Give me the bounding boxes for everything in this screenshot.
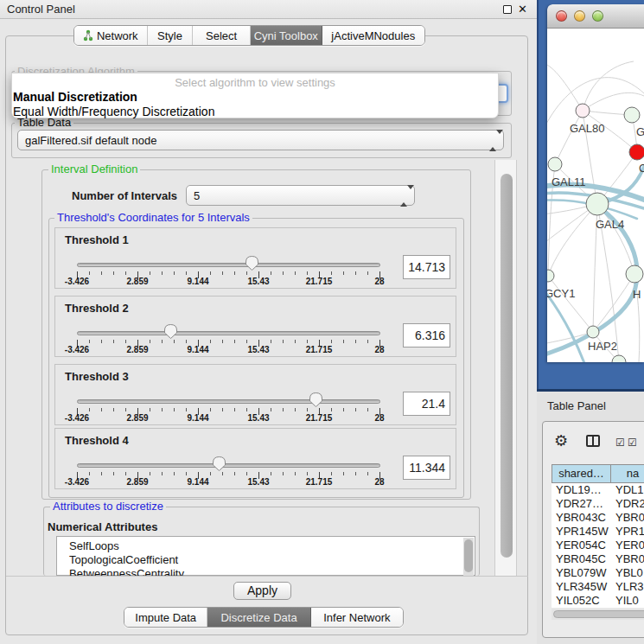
columns-icon[interactable]: [586, 435, 600, 447]
table-cell[interactable]: YDR2: [611, 497, 644, 511]
tick-label: 28: [374, 345, 384, 354]
tab-label: Infer Network: [323, 611, 390, 624]
table-row[interactable]: YER054CYER0: [552, 539, 644, 552]
table-row[interactable]: YBL079WYBL0: [552, 566, 644, 580]
table-data-combo[interactable]: galFiltered.sif default node: [17, 130, 504, 150]
slider-thumb[interactable]: [212, 456, 226, 472]
network-node[interactable]: [586, 193, 609, 215]
slider-track[interactable]: [77, 331, 380, 335]
network-node[interactable]: [548, 157, 562, 171]
node-label: C: [639, 162, 644, 175]
table-row[interactable]: YDR27…YDR2: [552, 497, 644, 511]
table-cell[interactable]: YLR345W: [552, 580, 611, 594]
threshold-value-field[interactable]: 6.316: [403, 323, 450, 348]
table-cell[interactable]: YBL0: [611, 566, 644, 580]
tab-discretize-data[interactable]: Discretize Data: [207, 608, 310, 627]
tab-infer-network[interactable]: Infer Network: [311, 608, 403, 627]
close-traffic-light-icon[interactable]: [556, 10, 567, 22]
slider-thumb[interactable]: [309, 392, 323, 408]
tab-label: Impute Data: [135, 611, 196, 624]
threshold-value-field[interactable]: 21.4: [403, 392, 450, 416]
table-cell[interactable]: YIL052C: [552, 594, 611, 608]
tab-style[interactable]: Style: [148, 26, 194, 45]
network-node[interactable]: [576, 104, 590, 118]
table-cell[interactable]: YBR0: [611, 511, 644, 525]
table-cell[interactable]: YPR1: [611, 525, 644, 539]
column-header-shared-name[interactable]: shared…: [552, 464, 611, 483]
checkbox-icon[interactable]: ☑: [615, 437, 625, 449]
table-cell[interactable]: YDL1: [611, 483, 644, 497]
numerical-attributes-label: Numerical Attributes: [48, 520, 157, 533]
table-row[interactable]: YIL052CYIL0: [552, 594, 644, 608]
scrollbar-thumb[interactable]: [501, 174, 513, 558]
slider-track[interactable]: [77, 463, 380, 468]
network-node[interactable]: [587, 326, 599, 338]
apply-button[interactable]: Apply: [233, 582, 291, 600]
attributes-group-label: Attributes to discretize: [50, 501, 166, 512]
table-row[interactable]: YDL19…YDL1: [552, 483, 644, 497]
threshold-value-field[interactable]: 11.344: [403, 456, 450, 480]
table-cell[interactable]: YBR045C: [552, 552, 611, 566]
list-item[interactable]: TopologicalCoefficient: [69, 553, 178, 566]
tick-label: -3.426: [65, 413, 89, 423]
tab-jactivemnodules[interactable]: jActiveMNodules: [322, 26, 424, 45]
tick-label: -3.426: [65, 277, 89, 286]
slider-track[interactable]: [77, 263, 380, 267]
network-node[interactable]: [626, 265, 643, 283]
numerical-attributes-list[interactable]: SelfLoopsTopologicalCoefficientBetweenne…: [56, 536, 475, 576]
list-scrollbar[interactable]: [463, 538, 474, 576]
algorithm-dropdown-popup: Select algorithm to view settings Manual…: [11, 73, 499, 118]
control-panel: Control Panel ✕ Network Style Select Cyn…: [0, 0, 537, 644]
network-canvas[interactable]: GAL80GACGAL11GAL4GCY1HHAP2: [547, 29, 644, 362]
network-view-window[interactable]: GAL80GACGAL11GAL4GCY1HHAP2: [547, 4, 644, 362]
table-cell[interactable]: YBL079W: [552, 566, 611, 580]
gear-icon[interactable]: ⚙: [554, 431, 568, 450]
scrollbar-thumb[interactable]: [553, 610, 644, 618]
network-node[interactable]: [629, 144, 644, 160]
vertical-scrollbar[interactable]: [494, 160, 517, 576]
network-node[interactable]: [547, 270, 554, 282]
scrollbar-thumb[interactable]: [464, 539, 473, 572]
table-cell[interactable]: YDR27…: [552, 497, 611, 511]
network-node[interactable]: [624, 107, 640, 123]
menu-item-equal-width-frequency[interactable]: Equal Width/Frequency Discretization: [13, 105, 214, 118]
list-item[interactable]: BetweennessCentrality: [69, 567, 184, 576]
tab-cyni-toolbox[interactable]: Cyni Toolbox: [251, 26, 322, 45]
slider-thumb[interactable]: [245, 255, 259, 271]
interval-definition-label: Interval Definition: [48, 163, 140, 175]
control-panel-titlebar: Control Panel ✕: [0, 0, 537, 19]
close-icon[interactable]: ✕: [518, 3, 527, 16]
checkbox-icon[interactable]: ☑: [628, 437, 637, 449]
slider-track[interactable]: [77, 399, 380, 404]
table-cell[interactable]: YBR043C: [552, 511, 611, 525]
threshold-value-field[interactable]: 14.713: [403, 255, 450, 279]
slider-thumb[interactable]: [163, 323, 178, 340]
network-window-titlebar[interactable]: [547, 4, 644, 29]
horizontal-scrollbar[interactable]: [552, 609, 644, 620]
tab-label: Style: [157, 29, 182, 42]
tab-impute-data[interactable]: Impute Data: [124, 608, 207, 627]
zoom-traffic-light-icon[interactable]: [592, 10, 603, 22]
tab-network[interactable]: Network: [74, 26, 148, 45]
table-cell[interactable]: YER054C: [552, 539, 611, 552]
menu-item-manual-discretization[interactable]: Manual Discretization: [13, 90, 137, 104]
table-cell[interactable]: YDL19…: [552, 483, 611, 497]
table-cell[interactable]: YLR3: [611, 580, 644, 594]
number-of-intervals-combo[interactable]: 5: [186, 185, 415, 206]
tab-select[interactable]: Select: [193, 26, 251, 45]
list-item[interactable]: SelfLoops: [69, 539, 119, 552]
table-row[interactable]: YPR145WYPR1: [552, 525, 644, 539]
table-cell[interactable]: YER0: [611, 539, 644, 552]
column-header-name[interactable]: na: [611, 464, 644, 483]
node-table: shared… na YDL19…YDL1YDR27…YDR2YBR043CYB…: [552, 464, 644, 608]
float-window-icon[interactable]: [503, 5, 512, 14]
table-cell[interactable]: YPR145W: [552, 525, 611, 539]
network-edge: [548, 204, 597, 276]
table-row[interactable]: YLR345WYLR3: [552, 580, 644, 594]
table-cell[interactable]: YBR0: [611, 552, 644, 566]
table-row[interactable]: YBR043CYBR0: [552, 511, 644, 525]
slider-tick-labels: -3.4262.8599.14415.4321.71528: [55, 345, 456, 355]
table-row[interactable]: YBR045CYBR0: [552, 552, 644, 566]
minimize-traffic-light-icon[interactable]: [574, 10, 585, 22]
table-cell[interactable]: YIL0: [611, 594, 644, 608]
